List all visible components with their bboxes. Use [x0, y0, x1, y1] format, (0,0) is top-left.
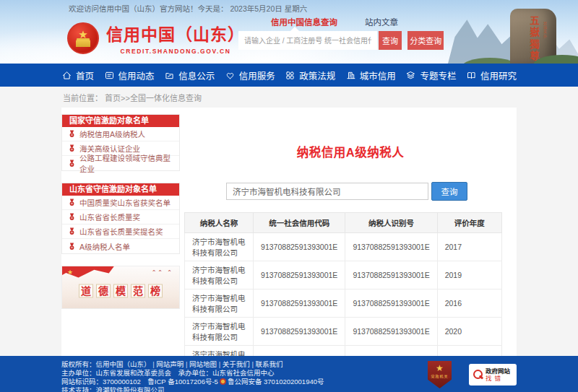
footer-links: 网站声明网站地图关于我们联系我们	[151, 360, 283, 368]
sidebar-item[interactable]: 中国质量奖山东省获奖名单	[62, 196, 179, 210]
badge-line2: 找错	[486, 375, 510, 382]
banner-character: 范	[131, 284, 145, 297]
table-cell: 2020	[437, 318, 501, 346]
table-cell: 济宁市海智机电科技有限公司	[185, 318, 254, 346]
badge-text: 政府网站 找错	[486, 367, 510, 382]
psb-number[interactable]: 鲁公网安备 37010202001940号	[228, 378, 324, 386]
nav-item-label: 首页	[76, 69, 94, 82]
footer: 版权所有：信用中国（山东）网站声明网站地图关于我们联系我们 主办单位：山东省发展…	[0, 356, 578, 392]
footer-link[interactable]: 关于我们	[217, 360, 250, 368]
header-search-input[interactable]	[238, 31, 377, 50]
page-title: 纳税信用A级纳税人	[184, 143, 517, 160]
table-body: 济宁市海智机电科技有限公司91370882591393001E913708825…	[185, 233, 502, 357]
footer-link[interactable]: 网站地图	[184, 360, 217, 368]
sidebar-item-label: 中国质量奖山东省获奖名单	[79, 197, 171, 208]
grid-icon	[285, 70, 296, 81]
content-wrapper: 国家守信激励对象名单纳税信用A级纳税人海关高级认证企业公路工程建设领域守信典型企…	[61, 108, 517, 356]
nav-item-label: 信用服务	[239, 69, 275, 82]
nav-item-special-column[interactable]: 专题专栏	[405, 69, 456, 82]
taxpayer-query-button[interactable]: 查询	[431, 182, 467, 201]
nav-item-info-publicity[interactable]: 信息公示	[164, 69, 215, 82]
medal-icon	[69, 243, 75, 251]
taxpayer-search-input[interactable]	[226, 183, 428, 200]
table-cell: 济宁市海智机电科技有限公司	[185, 233, 254, 261]
footer-link[interactable]: 网站声明	[151, 360, 184, 368]
heart-icon	[225, 70, 236, 81]
website-error-report-badge[interactable]: 政府网站 找错	[469, 364, 517, 386]
breadcrumb: 当前位置： 首页>>全国一体化信息查询	[61, 87, 517, 108]
table-header-cell: 纳税人识别号	[345, 213, 437, 233]
search-tab-inactive[interactable]: 站内文章	[365, 16, 398, 29]
table-cell: 2016	[437, 289, 501, 318]
nav-item-credit-service[interactable]: 信用服务	[225, 69, 275, 82]
badge-line1: 政府网站	[486, 367, 510, 375]
current-date: 2023年5月20日 星期六	[230, 4, 307, 13]
nav-item-credit-research[interactable]: 信用研究	[466, 69, 517, 82]
tech-support: 技术支持：浪潮软件股份有限公司	[61, 386, 165, 392]
table-header-cell: 统一社会信用代码	[254, 213, 345, 233]
news-card-icon	[104, 70, 115, 81]
sidebar-panels: 国家守信激励对象名单纳税信用A级纳税人海关高级认证企业公路工程建设领域守信典型企…	[61, 114, 180, 254]
brand-text: 信用中国（山东） CREDIT.SHANDONG.GOV.CN	[106, 21, 245, 55]
host-unit: 主办单位：山东省发展和改革委员会	[61, 369, 171, 377]
nav-item-home[interactable]: 首页	[61, 69, 94, 82]
home-icon	[61, 70, 72, 81]
medal-icon	[69, 130, 75, 138]
header-search-row: 查询 分类查询	[238, 31, 444, 50]
nav-item-label: 信息公示	[178, 69, 215, 82]
layers-icon	[405, 70, 416, 81]
table-row: 济宁市海智机电科技有限公司91370882591393001E913708825…	[185, 346, 502, 357]
table-cell: 2018	[437, 346, 501, 357]
search-tab-active[interactable]: 信用中国信息查询	[271, 16, 337, 29]
sidebar: 国家守信激励对象名单纳税信用A级纳税人海关高级认证企业公路工程建设领域守信典型企…	[61, 114, 180, 356]
table-cell: 91370882591393001E	[345, 346, 437, 357]
banner-character: 德	[96, 284, 111, 297]
sidebar-item[interactable]: A级纳税人名单	[62, 239, 179, 253]
badge-star-icon: ★	[436, 363, 444, 373]
medal-icon	[69, 199, 75, 206]
header: 欢迎访问信用中国（山东）官方网站！今天是： 2023年5月20日 星期六 ★ 信…	[0, 0, 578, 64]
main-nav: 首页信用动态信息公示信用服务政策法规城市信用专题专栏信用研究	[0, 64, 578, 87]
header-query-button[interactable]: 查询	[379, 31, 402, 50]
book-icon	[466, 70, 477, 81]
table-cell: 济宁市海智机电科技有限公司	[185, 289, 254, 318]
site-code: 网站标识码：3700000102	[61, 378, 141, 386]
nav-item-city-credit[interactable]: 城市信用	[345, 69, 396, 82]
moral-model-banner[interactable]: ★ ⌃⌃ ⌃ 道德模范榜	[61, 266, 180, 309]
table-row: 济宁市海智机电科技有限公司91370882591393001E913708825…	[185, 289, 502, 318]
moral-banner-text: 道德模范榜	[79, 284, 163, 297]
footer-inner: 版权所有：信用中国（山东）网站声明网站地图关于我们联系我们 主办单位：山东省发展…	[61, 360, 517, 392]
sidebar-item[interactable]: 公路工程建设领域守信典型企业	[62, 156, 179, 170]
organizer-unit: 承办单位：山东省社会信用中心	[178, 369, 275, 377]
site-brand[interactable]: ★ 信用中国（山东） CREDIT.SHANDONG.GOV.CN	[67, 21, 245, 55]
table-cell: 2017	[437, 233, 501, 261]
header-search-tabs: 信用中国信息查询站内文章	[238, 16, 444, 29]
sidebar-item[interactable]: 山东省省长质量奖提名奖	[62, 225, 179, 239]
table-cell: 91370882591393001E	[254, 261, 345, 289]
medal-icon	[69, 144, 75, 152]
main-panel: 纳税信用A级纳税人 查询 纳税人名称统一社会信用代码纳税人识别号评价年度 济宁市…	[184, 114, 517, 356]
sidebar-item[interactable]: 山东省省长质量奖	[62, 210, 179, 225]
footer-link[interactable]: 联系我们	[250, 360, 283, 368]
category-query-button[interactable]: 分类查询	[407, 31, 444, 50]
footer-line-tech: 技术支持：浪潮软件股份有限公司	[61, 386, 517, 392]
sidebar-panel-title: 国家守信激励对象名单	[62, 115, 179, 127]
nav-item-policy[interactable]: 政策法规	[285, 69, 335, 82]
result-table: 纳税人名称统一社会信用代码纳税人识别号评价年度 济宁市海智机电科技有限公司913…	[184, 212, 502, 356]
icp-number[interactable]: 鲁ICP 备10017206号-5	[147, 378, 218, 386]
taxpayer-search-row: 查询	[226, 182, 517, 201]
copyright-text: 版权所有：信用中国（山东）	[61, 360, 151, 368]
table-header-cell: 评价年度	[437, 213, 501, 233]
site-domain: CREDIT.SHANDONG.GOV.CN	[106, 48, 245, 55]
welcome-text: 欢迎访问信用中国（山东）官方网站！今天是：	[69, 4, 228, 13]
table-row: 济宁市海智机电科技有限公司91370882591393001E913708825…	[185, 233, 502, 261]
sidebar-panel: 山东省守信激励对象名单中国质量奖山东省获奖名单山东省省长质量奖山东省省长质量奖提…	[61, 183, 180, 254]
nav-item-credit-news[interactable]: 信用动态	[104, 69, 155, 82]
breadcrumb-path[interactable]: 首页>>全国一体化信息查询	[105, 94, 202, 103]
medal-icon	[69, 227, 75, 235]
publicity-icon	[164, 70, 175, 81]
mount-tai-image: 五嶽獨尊 昂頭天外	[457, 0, 578, 64]
star-icon: ★	[78, 29, 87, 40]
national-emblem-logo: ★	[67, 22, 99, 54]
sidebar-item[interactable]: 纳税信用A级纳税人	[62, 127, 179, 141]
